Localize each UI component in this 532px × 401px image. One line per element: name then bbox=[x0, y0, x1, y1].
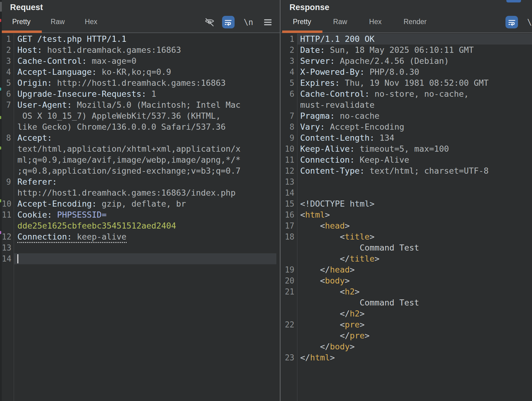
code-row: 13 bbox=[281, 176, 532, 187]
code-line[interactable]: Command Test bbox=[297, 297, 532, 308]
menu-icon[interactable] bbox=[264, 19, 271, 26]
code-line[interactable]: <!DOCTYPE html> bbox=[297, 198, 532, 209]
text-caret bbox=[17, 254, 18, 263]
response-toolbar: \n bbox=[505, 16, 532, 28]
tab-pretty[interactable]: Pretty bbox=[12, 18, 31, 26]
code-line[interactable]: Server: Apache/2.4.56 (Debian) bbox=[297, 56, 532, 67]
code-row: 11Cookie: PHPSESSID= bbox=[2, 209, 280, 220]
line-number: 12 bbox=[281, 165, 297, 176]
tab-hex[interactable]: Hex bbox=[369, 18, 382, 26]
code-line[interactable] bbox=[297, 176, 532, 187]
code-line[interactable]: </h2> bbox=[297, 308, 532, 319]
line-number: 14 bbox=[2, 253, 14, 264]
code-line[interactable]: Accept-Encoding: gzip, deflate, br bbox=[14, 198, 280, 209]
request-editor[interactable]: 1GET /test.php HTTP/1.12Host: host1.drea… bbox=[2, 34, 280, 401]
code-line[interactable]: OS X 10_15_7) AppleWebKit/537.36 (KHTML, bbox=[14, 110, 280, 121]
code-line[interactable]: must-revalidate bbox=[297, 99, 532, 110]
request-header: Request PrettyRawHex bbox=[2, 0, 280, 34]
code-row: ;q=0.8,application/signed-exchange;v=b3;… bbox=[2, 165, 280, 176]
code-line[interactable]: ;q=0.8,application/signed-exchange;v=b3;… bbox=[14, 165, 280, 176]
wrap-lines-button[interactable] bbox=[222, 16, 235, 28]
code-line[interactable]: Connection: keep-alive bbox=[14, 231, 280, 242]
code-line[interactable] bbox=[297, 187, 532, 198]
edge-marker-green bbox=[0, 199, 1, 202]
code-line[interactable]: Cache-Control: max-age=0 bbox=[14, 56, 280, 67]
code-row: http://host1.dreamhack.games:16863/index… bbox=[2, 187, 280, 198]
code-line[interactable]: User-Agent: Mozilla/5.0 (Macintosh; Inte… bbox=[14, 99, 280, 110]
code-line[interactable]: Content-Type: text/html; charset=UTF-8 bbox=[297, 165, 532, 176]
code-line[interactable]: GET /test.php HTTP/1.1 bbox=[14, 34, 280, 45]
line-number bbox=[2, 165, 14, 176]
code-line[interactable]: X-Powered-By: PHP/8.0.30 bbox=[297, 67, 532, 78]
line-number: 17 bbox=[281, 220, 297, 231]
line-number bbox=[281, 242, 297, 253]
tab-raw[interactable]: Raw bbox=[51, 18, 65, 26]
edge-marker-green bbox=[0, 146, 1, 150]
code-line[interactable]: dde25e1625cbfeebc35451512aed2404 bbox=[14, 220, 280, 231]
code-line[interactable]: Vary: Accept-Encoding bbox=[297, 121, 532, 132]
code-line[interactable]: Content-Length: 134 bbox=[297, 132, 532, 143]
code-row: 2Date: Sun, 18 May 2025 06:10:11 GMT bbox=[281, 45, 532, 56]
code-row: 12Connection: keep-alive bbox=[2, 231, 280, 242]
code-line[interactable]: <title> bbox=[297, 231, 532, 242]
code-line[interactable] bbox=[14, 253, 280, 264]
code-line[interactable]: </body> bbox=[297, 341, 532, 352]
response-editor[interactable]: 1HTTP/1.1 200 OK2Date: Sun, 18 May 2025 … bbox=[281, 34, 532, 401]
code-line[interactable]: ml;q=0.9,image/avif,image/webp,image/apn… bbox=[14, 154, 280, 165]
code-line[interactable]: Pragma: no-cache bbox=[297, 110, 532, 121]
clipped-blue-button bbox=[506, 0, 521, 2]
code-line[interactable]: <pre> bbox=[297, 319, 532, 330]
code-line[interactable]: Origin: http://host1.dreamhack.games:168… bbox=[14, 78, 280, 89]
code-line[interactable]: Upgrade-Insecure-Requests: 1 bbox=[14, 89, 280, 99]
line-number bbox=[281, 253, 297, 264]
code-line[interactable]: Accept-Language: ko-KR,ko;q=0.9 bbox=[14, 67, 280, 78]
code-line[interactable]: <head> bbox=[297, 220, 532, 231]
panel-divider[interactable] bbox=[280, 0, 281, 401]
code-line[interactable]: HTTP/1.1 200 OK bbox=[297, 34, 532, 45]
code-line[interactable]: Host: host1.dreamhack.games:16863 bbox=[14, 45, 280, 56]
tab-raw[interactable]: Raw bbox=[333, 18, 347, 26]
code-line[interactable]: Command Test bbox=[297, 242, 532, 253]
code-line[interactable]: Cookie: PHPSESSID= bbox=[14, 209, 280, 220]
code-line[interactable]: Keep-Alive: timeout=5, max=100 bbox=[297, 143, 532, 154]
line-number: 23 bbox=[281, 352, 297, 363]
wrap-lines-button[interactable] bbox=[505, 16, 518, 28]
line-number: 12 bbox=[2, 231, 14, 242]
line-number: 22 bbox=[281, 319, 297, 330]
tab-hex[interactable]: Hex bbox=[85, 18, 97, 26]
code-line[interactable]: </title> bbox=[297, 253, 532, 264]
selected-tab-underline bbox=[2, 31, 42, 33]
tab-render[interactable]: Render bbox=[404, 18, 426, 26]
code-line[interactable]: Referer: bbox=[14, 176, 280, 187]
code-line[interactable]: http://host1.dreamhack.games:16863/index… bbox=[14, 187, 280, 198]
line-number: 6 bbox=[281, 89, 297, 99]
code-row: 13 bbox=[2, 242, 280, 253]
burp-message-editor: Request PrettyRawHex bbox=[0, 0, 532, 401]
code-row: 20 <body> bbox=[281, 275, 532, 286]
newline-toggle[interactable]: \n bbox=[527, 18, 532, 27]
line-number: 8 bbox=[281, 121, 297, 132]
code-line[interactable] bbox=[14, 242, 280, 253]
code-line[interactable]: Connection: Keep-Alive bbox=[297, 154, 532, 165]
code-line[interactable]: Cache-Control: no-store, no-cache, bbox=[297, 89, 532, 99]
code-row: </title> bbox=[281, 253, 532, 264]
code-line[interactable]: </pre> bbox=[297, 330, 532, 341]
eye-off-icon[interactable] bbox=[204, 16, 215, 28]
response-panel-title: Response bbox=[289, 3, 329, 12]
code-line[interactable]: <html> bbox=[297, 209, 532, 220]
code-line[interactable]: like Gecko) Chrome/136.0.0.0 Safari/537.… bbox=[14, 121, 280, 132]
code-line[interactable]: </html> bbox=[297, 352, 532, 363]
code-line[interactable]: Accept: bbox=[14, 132, 280, 143]
code-line[interactable]: </head> bbox=[297, 264, 532, 275]
line-number: 9 bbox=[2, 176, 14, 187]
code-line[interactable]: <h2> bbox=[297, 286, 532, 297]
code-line[interactable]: Date: Sun, 18 May 2025 06:10:11 GMT bbox=[297, 45, 532, 56]
code-line[interactable]: Expires: Thu, 19 Nov 1981 08:52:00 GMT bbox=[297, 78, 532, 89]
code-line[interactable]: text/html,application/xhtml+xml,applicat… bbox=[14, 143, 280, 154]
newline-toggle[interactable]: \n bbox=[244, 18, 253, 27]
line-number: 3 bbox=[281, 56, 297, 67]
line-number: 19 bbox=[281, 264, 297, 275]
tab-pretty[interactable]: Pretty bbox=[293, 18, 311, 26]
code-line[interactable]: <body> bbox=[297, 275, 532, 286]
code-row: 12Content-Type: text/html; charset=UTF-8 bbox=[281, 165, 532, 176]
